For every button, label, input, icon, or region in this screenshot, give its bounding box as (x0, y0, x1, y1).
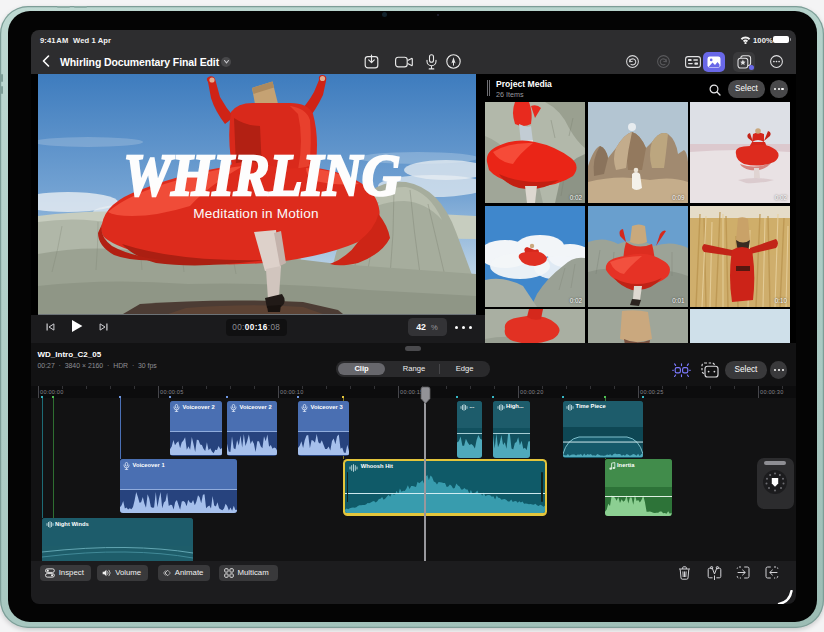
svg-text:Meditation in Motion: Meditation in Motion (193, 206, 319, 221)
svg-text:WHIRLING: WHIRLING (123, 142, 400, 208)
